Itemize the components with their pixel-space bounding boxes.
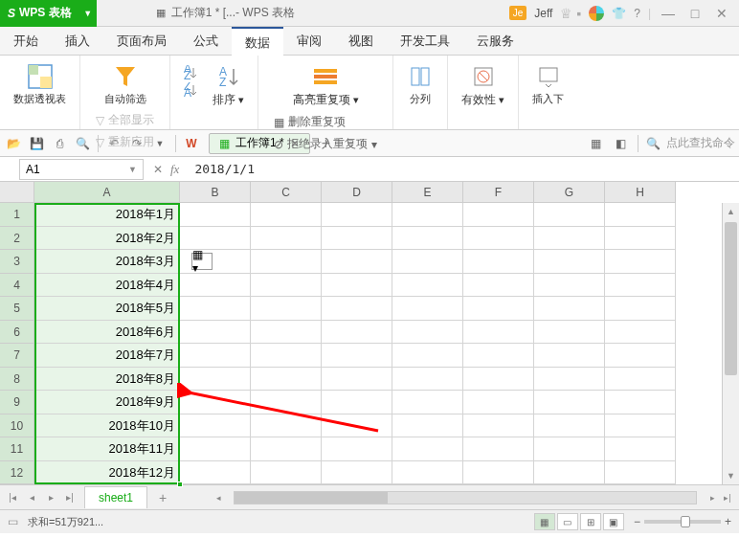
cell-D1[interactable] <box>322 203 392 227</box>
cell-G2[interactable] <box>534 227 605 251</box>
cell-A3[interactable]: 2018年3月 <box>34 250 180 274</box>
cell-D2[interactable] <box>322 227 392 251</box>
app-badge[interactable]: SWPS 表格 <box>0 0 79 27</box>
window-icon[interactable]: ◧ <box>611 134 630 153</box>
hscroll-thumb[interactable] <box>235 492 388 504</box>
last-sheet-icon[interactable]: ▸| <box>61 489 78 506</box>
cell-B5[interactable] <box>180 297 251 321</box>
cell-E12[interactable] <box>392 461 463 485</box>
cell-A8[interactable]: 2018年8月 <box>34 368 180 392</box>
scroll-thumb[interactable] <box>725 222 737 375</box>
cell-E4[interactable] <box>392 274 463 298</box>
maximize-button[interactable]: □ <box>685 6 705 21</box>
cell-G6[interactable] <box>534 321 605 345</box>
menu-审阅[interactable]: 审阅 <box>283 27 335 56</box>
reading-view-button[interactable]: ▣ <box>603 513 624 530</box>
fx-icon[interactable]: fx <box>170 162 179 177</box>
cell-H5[interactable] <box>605 297 676 321</box>
zoom-out-button[interactable]: − <box>634 515 640 528</box>
cancel-formula-icon[interactable]: ✕ <box>153 163 163 176</box>
cell-G5[interactable] <box>534 297 605 321</box>
cell-H6[interactable] <box>605 321 676 345</box>
menu-插入[interactable]: 插入 <box>52 27 103 56</box>
cell-E5[interactable] <box>392 297 463 321</box>
cell-C9[interactable] <box>251 391 322 414</box>
sort-button[interactable]: AZ 排序 ▾ <box>207 59 250 112</box>
cell-D3[interactable] <box>322 250 392 274</box>
cell-F3[interactable] <box>463 250 534 274</box>
cell-C8[interactable] <box>251 368 322 392</box>
select-all-corner[interactable] <box>0 182 34 203</box>
scroll-up-icon[interactable]: ▲ <box>723 203 739 220</box>
cell-G9[interactable] <box>534 391 605 414</box>
open-icon[interactable]: 📂 <box>4 134 23 153</box>
row-header-5[interactable]: 5 <box>0 297 34 321</box>
user-badge[interactable]: Je <box>509 6 527 20</box>
cell-F8[interactable] <box>463 368 534 392</box>
cell-G1[interactable] <box>534 203 605 227</box>
cell-C5[interactable] <box>251 297 322 321</box>
cell-A1[interactable]: 2018年1月 <box>34 203 180 227</box>
remove-duplicates-button[interactable]: ▦删除重复项 <box>270 112 381 132</box>
cell-C1[interactable] <box>251 203 322 227</box>
next-sheet-icon[interactable]: ▸ <box>42 489 59 506</box>
menu-视图[interactable]: 视图 <box>335 27 387 56</box>
cells-area[interactable]: 2018年1月2018年2月2018年3月2018年4月2018年5月2018年… <box>34 203 722 484</box>
zoom-thumb[interactable] <box>681 516 690 527</box>
cell-E6[interactable] <box>392 321 463 345</box>
cell-G10[interactable] <box>534 414 605 438</box>
cell-H10[interactable] <box>605 414 676 438</box>
cell-E1[interactable] <box>392 203 463 227</box>
cell-F4[interactable] <box>463 274 534 298</box>
cell-A2[interactable]: 2018年2月 <box>34 227 180 251</box>
menu-云服务[interactable]: 云服务 <box>463 27 527 56</box>
cell-B6[interactable] <box>180 321 251 345</box>
row-header-12[interactable]: 12 <box>0 461 34 485</box>
cell-G12[interactable] <box>534 461 605 485</box>
page-layout-button[interactable]: ▭ <box>557 513 578 530</box>
hscroll-right-icon[interactable]: ▸ <box>705 493 720 503</box>
pivot-table-button[interactable]: 数据透视表 <box>8 59 72 110</box>
cell-G11[interactable] <box>534 437 605 461</box>
normal-view-button[interactable]: ▦ <box>534 513 555 530</box>
reject-duplicates-button[interactable]: ⊘拒绝录入重复项 ▾ <box>270 134 381 154</box>
col-header-C[interactable]: C <box>251 182 322 203</box>
cell-H11[interactable] <box>605 437 676 461</box>
cell-A9[interactable]: 2018年9月 <box>34 391 180 414</box>
cell-C12[interactable] <box>251 461 322 485</box>
menu-页面布局[interactable]: 页面布局 <box>103 27 180 56</box>
row-header-11[interactable]: 11 <box>0 437 34 461</box>
scroll-down-icon[interactable]: ▼ <box>723 467 739 484</box>
text-to-columns-button[interactable]: 分列 <box>401 59 439 110</box>
cell-B12[interactable] <box>180 461 251 485</box>
save-icon[interactable]: 💾 <box>27 134 46 153</box>
cell-C2[interactable] <box>251 227 322 251</box>
cell-E2[interactable] <box>392 227 463 251</box>
cell-B11[interactable] <box>180 437 251 461</box>
cell-E10[interactable] <box>392 414 463 438</box>
sort-desc-icon[interactable]: ZA <box>182 82 199 98</box>
cell-G3[interactable] <box>534 250 605 274</box>
row-header-7[interactable]: 7 <box>0 344 34 368</box>
cell-H3[interactable] <box>605 250 676 274</box>
hscroll-left-icon[interactable]: ◂ <box>211 493 226 503</box>
vertical-scrollbar[interactable]: ▲ ▼ <box>722 203 739 484</box>
formula-input[interactable]: 2018/1/1 <box>189 162 739 176</box>
cell-F1[interactable] <box>463 203 534 227</box>
cell-B4[interactable] <box>180 274 251 298</box>
close-button[interactable]: ✕ <box>712 6 731 21</box>
cell-D5[interactable] <box>322 297 392 321</box>
cell-H8[interactable] <box>605 368 676 392</box>
add-sheet-button[interactable]: + <box>153 490 172 505</box>
search-icon[interactable]: 🔍 <box>646 137 661 150</box>
first-sheet-icon[interactable]: |◂ <box>4 489 21 506</box>
insert-dropdown-button[interactable]: 插入下 <box>526 59 570 110</box>
cell-E9[interactable] <box>392 391 463 414</box>
cell-H4[interactable] <box>605 274 676 298</box>
col-header-H[interactable]: H <box>605 182 676 203</box>
cell-E8[interactable] <box>392 368 463 392</box>
cell-F9[interactable] <box>463 391 534 414</box>
cell-D12[interactable] <box>322 461 392 485</box>
col-header-A[interactable]: A <box>34 182 180 203</box>
skin-icon[interactable]: 👕 <box>612 7 626 20</box>
